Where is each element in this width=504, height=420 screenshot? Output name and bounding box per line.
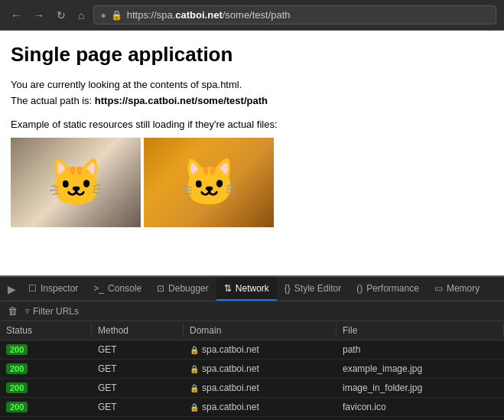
tab-memory-label: Memory [447,283,480,294]
table-row[interactable]: 200 GET 🔒 spa.catboi.net path [0,340,504,360]
back-button[interactable]: ← [8,8,24,23]
page-description: You are currently looking at the content… [11,77,493,109]
cell-domain-1: 🔒 spa.catboi.net [184,361,337,376]
refresh-button[interactable]: ↻ [54,8,69,23]
tab-console[interactable]: >_ Console [86,277,149,301]
domain-text-0: spa.catboi.net [202,344,259,355]
inspector-icon: ☐ [28,283,37,294]
filter-wrapper: ▿ Filter URLs [25,306,79,317]
status-badge-0: 200 [6,344,28,355]
tab-memory[interactable]: ▭ Memory [427,277,487,301]
devtools-toolbar: 🗑 ▿ Filter URLs [0,301,504,321]
cell-status-1: 200 [0,361,92,376]
tab-console-label: Console [108,283,141,294]
security-icon: ● [100,10,106,21]
cell-status-3: 200 [0,399,92,415]
devtools-tabs: ▶ ☐ Inspector >_ Console ⊡ Debugger ⇅ Ne… [0,277,504,301]
table-header: Status Method Domain File [0,321,504,340]
cell-file-0: path [337,342,504,357]
tab-debugger[interactable]: ⊡ Debugger [149,277,216,301]
status-badge-1: 200 [6,363,28,374]
home-button[interactable]: ⌂ [75,8,87,23]
tab-network-label: Network [236,283,269,294]
cell-method-2: GET [92,380,184,396]
tab-style-editor-label: Style Editor [294,283,341,294]
tab-style-editor[interactable]: {} Style Editor [277,277,349,301]
cell-status-0: 200 [0,342,92,357]
console-icon: >_ [93,283,104,294]
cell-domain-3: 🔒 spa.catboi.net [184,399,337,415]
cell-status-2: 200 [0,380,92,396]
address-bar[interactable]: ● 🔒 https://spa.catboi.net/some/test/pat… [93,5,496,24]
tab-performance[interactable]: () Performance [349,277,427,301]
page-line2-prefix: The actual path is: [11,95,95,106]
page-url-bold: https://spa.catboi.net/some/test/path [95,95,268,106]
header-status: Status [0,324,92,337]
cell-file-1: example_image.jpg [337,361,504,376]
cell-method-1: GET [92,361,184,376]
domain-text-3: spa.catboi.net [202,402,259,412]
cell-file-2: image_in_folder.jpg [337,380,504,396]
page-line1: You are currently looking at the content… [11,79,242,90]
status-badge-3: 200 [6,402,28,412]
forward-button[interactable]: → [31,8,47,23]
table-row[interactable]: 200 GET 🔒 spa.catboi.net image_in_folder… [0,379,504,398]
tab-debugger-label: Debugger [168,283,209,294]
style-editor-icon: {} [285,283,291,294]
cell-file-3: favicon.ico [337,399,504,415]
clear-button[interactable]: 🗑 [6,304,19,318]
tab-inspector-label: Inspector [41,283,78,294]
network-icon: ⇅ [224,283,232,294]
filter-icon: ▿ [25,306,30,316]
table-row[interactable]: 200 GET 🔒 spa.catboi.net favicon.ico [0,398,504,417]
lock-icon-row0: 🔒 [190,346,199,354]
lock-icon-row2: 🔒 [190,384,199,392]
devtools-picker-icon[interactable]: ▶ [3,283,21,295]
memory-icon: ▭ [434,283,443,294]
cell-domain-0: 🔒 spa.catboi.net [184,342,337,357]
domain-text-1: spa.catboi.net [202,363,259,374]
cell-method-3: GET [92,399,184,415]
performance-icon: () [356,283,363,294]
cat-image-2 [144,138,274,227]
header-method: Method [92,324,184,337]
lock-icon-row1: 🔒 [190,365,199,373]
domain-part: catboi.net [175,9,222,21]
header-domain: Domain [184,324,337,337]
cell-domain-2: 🔒 spa.catboi.net [184,380,337,396]
debugger-icon: ⊡ [157,283,164,294]
page-title: Single page application [11,43,493,67]
url-display: https://spa.catboi.net/some/test/path [127,9,291,21]
network-table: Status Method Domain File 200 GET 🔒 spa.… [0,321,504,417]
images-row [11,138,493,227]
cell-method-0: GET [92,342,184,357]
devtools-panel: ▶ ☐ Inspector >_ Console ⊡ Debugger ⇅ Ne… [0,275,504,420]
status-badge-2: 200 [6,383,28,393]
browser-chrome: ← → ↻ ⌂ ● 🔒 https://spa.catboi.net/some/… [0,0,504,31]
tab-inspector[interactable]: ☐ Inspector [21,277,86,301]
lock-icon-row3: 🔒 [190,403,199,412]
tab-performance-label: Performance [366,283,419,294]
lock-icon: 🔒 [111,10,122,21]
static-note: Example of static resources still loadin… [11,119,493,130]
tab-network[interactable]: ⇅ Network [216,277,277,301]
page-content: Single page application You are currentl… [0,31,504,275]
filter-label[interactable]: Filter URLs [33,306,79,317]
table-row[interactable]: 200 GET 🔒 spa.catboi.net example_image.j… [0,360,504,379]
cat-image-1 [11,138,141,227]
header-file: File [337,324,504,337]
domain-text-2: spa.catboi.net [202,383,259,393]
